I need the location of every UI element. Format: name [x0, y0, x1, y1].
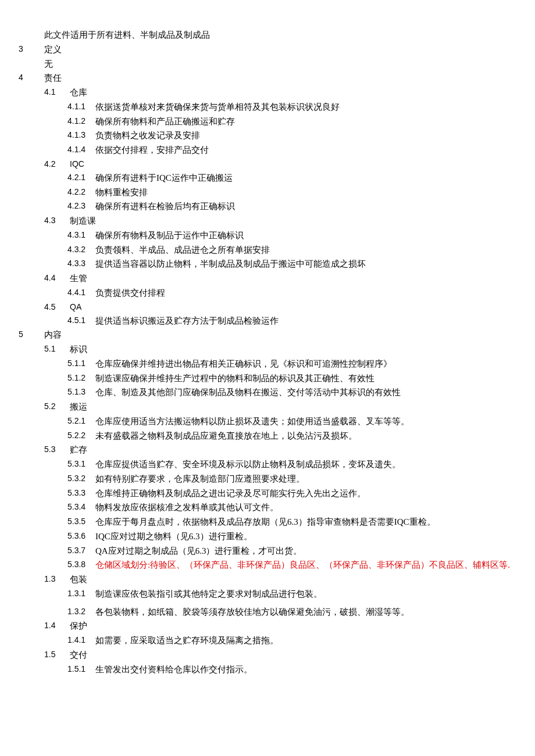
n131: 1.3.1: [67, 587, 95, 600]
sec4-num: 4: [19, 71, 44, 84]
n414: 4.1.4: [67, 143, 95, 156]
n53: 5.3: [44, 443, 70, 456]
n413: 4.1.3: [67, 128, 95, 142]
item-5-3-4: 5.3.4物料发放应依据核准之发料单或其他认可文件。: [67, 500, 516, 515]
item-5-3-7: 5.3.7QA应对过期之制成品（见6.3）进行重检，才可出货。: [67, 544, 516, 558]
t441: 负责提供交付排程: [95, 286, 516, 300]
n41: 4.1: [44, 85, 70, 99]
item-5-3-1: 5.3.1仓库应提供适当贮存、安全环境及标示以防止物料及制成品损坏，变坏及遗失。: [67, 457, 516, 472]
n532: 5.3.2: [67, 472, 95, 485]
t431: 确保所有物料及制品于运作中正确标识: [95, 228, 516, 243]
n13: 1.3: [44, 572, 70, 586]
n423: 4.2.3: [67, 199, 95, 213]
t536: IQC应对过期之物料（见6.3）进行重检。: [95, 529, 516, 544]
n43: 4.3: [44, 214, 70, 227]
intro-content: 此文件适用于所有进料、半制成品及制成品: [44, 30, 210, 40]
n51: 5.1: [44, 342, 70, 356]
item-5-3-6: 5.3.6IQC应对过期之物料（见6.3）进行重检。: [67, 529, 516, 544]
n433: 4.3.3: [67, 257, 95, 270]
n412: 4.1.2: [67, 114, 95, 128]
t511: 仓库应确保并维持进出物品有相关正确标识，见《标识和可追溯性控制程序》: [95, 357, 516, 371]
n535: 5.3.5: [67, 515, 95, 528]
t132: 各包装物料，如纸箱、胶袋等须存放较佳地方以确保避免油污，破损、潮湿等等。: [95, 605, 516, 619]
n45: 4.5: [44, 300, 70, 314]
item-4-2-1: 4.2.1确保所有进料于IQC运作中正确搬运: [67, 171, 516, 185]
t151: 生管发出交付资料给仓库以作交付指示。: [95, 662, 516, 677]
t422: 物料重检安排: [95, 185, 516, 200]
t534: 物料发放应依据核准之发料单或其他认可文件。: [95, 500, 516, 515]
item-4-1-1: 4.1.1依据送货单核对来货确保来货与货单相符及其包装标识状况良好: [67, 100, 516, 114]
item-5-3-3: 5.3.3仓库维持正确物料及制成品之进出记录及尽可能实行先入先出之运作。: [67, 486, 516, 501]
item-1-5: 1.5交付: [44, 648, 516, 662]
item-5-1-1: 5.1.1仓库应确保并维持进出物品有相关正确标识，见《标识和可追溯性控制程序》: [67, 357, 516, 371]
item-1-3-1: 1.3.1制造课应依包装指引或其他特定之要求对制成品进行包装。: [67, 587, 516, 601]
t521: 仓库应使用适当方法搬运物料以防止损坏及遗失；如使用适当盛载器、叉车等等。: [95, 414, 516, 429]
n538: 5.3.8: [67, 558, 95, 571]
n511: 5.1.1: [67, 357, 95, 370]
n151: 1.5.1: [67, 662, 95, 676]
item-4-1-2: 4.1.2确保所有物料和产品正确搬运和贮存: [67, 114, 516, 129]
item-1-4-1: 1.4.1如需要，应采取适当之贮存环境及隔离之措拖。: [67, 633, 516, 648]
t53: 贮存: [70, 443, 516, 457]
t41: 仓库: [70, 85, 516, 100]
n533: 5.3.3: [67, 486, 95, 500]
n441: 4.4.1: [67, 286, 95, 299]
sec3-body: 无: [44, 57, 516, 71]
item-4-3-3: 4.3.3提供适当容器以防止物料，半制成品及制成品于搬运中可能造成之损坏: [67, 257, 516, 271]
t533: 仓库维持正确物料及制成品之进出记录及尽可能实行先入先出之运作。: [95, 486, 516, 501]
item-5-2-1: 5.2.1仓库应使用适当方法搬运物料以防止损坏及遗失；如使用适当盛载器、叉车等等…: [67, 414, 516, 429]
t44: 生管: [70, 271, 516, 286]
item-4-3-1: 4.3.1确保所有物料及制品于运作中正确标识: [67, 228, 516, 243]
t537: QA应对过期之制成品（见6.3）进行重检，才可出货。: [95, 544, 516, 558]
item-4-2-2: 4.2.2物料重检安排: [67, 185, 516, 200]
item-4-1-3: 4.1.3负责物料之收发记录及安排: [67, 128, 516, 143]
n132: 1.3.2: [67, 605, 95, 618]
n421: 4.2.1: [67, 171, 95, 184]
sec5-num: 5: [19, 328, 44, 341]
n422: 4.2.2: [67, 185, 95, 199]
n431: 4.3.1: [67, 228, 95, 242]
n141: 1.4.1: [67, 633, 95, 647]
item-5-3-8: 5.3.8仓储区域划分:待验区、（环保产品、非环保产品）良品区、（环保产品、非环…: [67, 558, 516, 572]
item-5-2-2: 5.2.2未有盛载器之物料及制成品应避免直接放在地上，以免沾污及损坏。: [67, 429, 516, 443]
section-3: 3定义: [19, 42, 516, 57]
item-5-2: 5.2搬运: [44, 400, 516, 414]
t432: 负责领料、半成品、成品进仓之所有单据安排: [95, 243, 516, 257]
n536: 5.3.6: [67, 529, 95, 543]
n432: 4.3.2: [67, 243, 95, 256]
n451: 4.5.1: [67, 314, 95, 327]
n531: 5.3.1: [67, 457, 95, 471]
sec4-title: 责任: [44, 71, 516, 85]
t421: 确保所有进料于IQC运作中正确搬运: [95, 171, 516, 185]
n411: 4.1.1: [67, 100, 95, 113]
item-4-5: 4.5QA: [44, 300, 516, 314]
sec5-title: 内容: [44, 328, 516, 342]
item-5-1: 5.1标识: [44, 342, 516, 357]
t531: 仓库应提供适当贮存、安全环境及标示以防止物料及制成品损坏，变坏及遗失。: [95, 457, 516, 472]
intro-text: 此文件适用于所有进料、半制成品及制成品: [44, 28, 516, 42]
n52: 5.2: [44, 400, 70, 413]
item-4-2-3: 4.2.3确保所有进料在检验后均有正确标识: [67, 199, 516, 214]
t414: 依据交付排程，安排产品交付: [95, 143, 516, 157]
n534: 5.3.4: [67, 500, 95, 514]
item-4-1-4: 4.1.4依据交付排程，安排产品交付: [67, 143, 516, 157]
t45: QA: [70, 300, 516, 314]
n14: 1.4: [44, 619, 70, 632]
t535: 仓库应于每月盘点时，依据物料及成品存放期（见6.3）指导审查物料是否需要IQC重…: [95, 515, 516, 529]
item-4-4-1: 4.4.1负责提供交付排程: [67, 286, 516, 300]
section-4: 4责任: [19, 71, 516, 85]
n15: 1.5: [44, 648, 70, 661]
t522: 未有盛载器之物料及制成品应避免直接放在地上，以免沾污及损坏。: [95, 429, 516, 443]
section-5: 5内容: [19, 328, 516, 342]
t15: 交付: [70, 648, 516, 662]
sec3-body-text: 无: [44, 59, 53, 69]
n512: 5.1.2: [67, 371, 95, 385]
n522: 5.2.2: [67, 429, 95, 442]
t412: 确保所有物料和产品正确搬运和贮存: [95, 114, 516, 129]
item-4-4: 4.4生管: [44, 271, 516, 286]
t513: 仓库、制造及其他部门应确保制品及物料在搬运、交付等活动中其标识的有效性: [95, 385, 516, 400]
t141: 如需要，应采取适当之贮存环境及隔离之措拖。: [95, 633, 516, 648]
item-4-2: 4.2IQC: [44, 157, 516, 171]
t413: 负责物料之收发记录及安排: [95, 128, 516, 143]
n44: 4.4: [44, 271, 70, 285]
